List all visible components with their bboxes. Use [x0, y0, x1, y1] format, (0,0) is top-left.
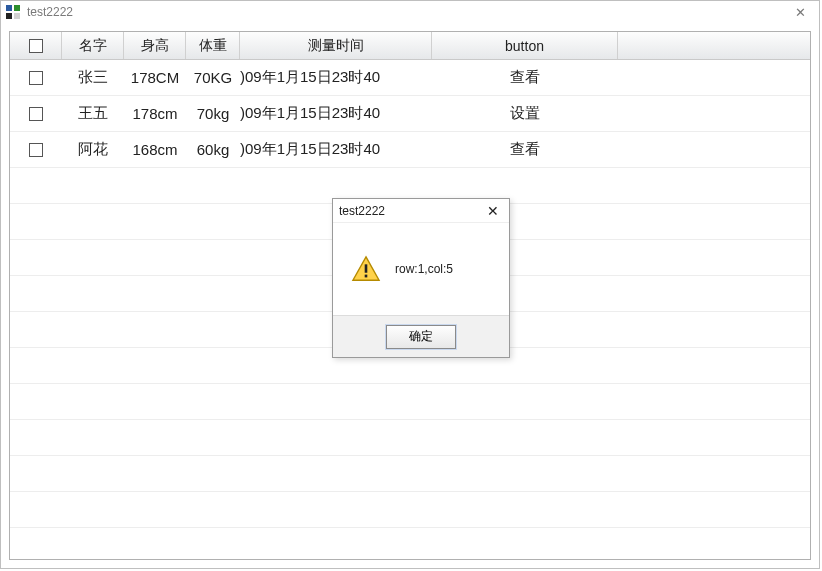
empty-row — [10, 384, 810, 420]
header-checkbox-cell — [10, 32, 62, 59]
dialog-titlebar: test2222 ✕ — [333, 199, 509, 223]
row-checkbox-cell — [10, 96, 62, 131]
cell-time: )09年1月15日23时40 — [240, 96, 432, 131]
cell-height: 178cm — [124, 96, 186, 131]
cell-height: 168cm — [124, 132, 186, 167]
cell-weight: 70kg — [186, 96, 240, 131]
header-time[interactable]: 测量时间 — [240, 32, 432, 59]
header-spacer — [618, 32, 810, 59]
empty-row — [10, 420, 810, 456]
header-checkbox[interactable] — [29, 39, 43, 53]
cell-button-label: 查看 — [510, 68, 540, 87]
dialog-ok-label: 确定 — [409, 328, 433, 345]
table-row[interactable]: 张三 178CM 70KG )09年1月15日23时40 查看 — [10, 60, 810, 96]
svg-rect-1 — [6, 5, 12, 11]
row-checkbox-cell — [10, 60, 62, 95]
app-window: test2222 ✕ 名字 身高 体重 测量时间 button — [0, 0, 820, 569]
cell-name: 阿花 — [62, 132, 124, 167]
dialog-message: row:1,col:5 — [395, 262, 453, 276]
cell-button[interactable]: 查看 — [432, 60, 618, 95]
row-checkbox[interactable] — [29, 107, 43, 121]
cell-name: 王五 — [62, 96, 124, 131]
table-row[interactable]: 阿花 168cm 60kg )09年1月15日23时40 查看 — [10, 132, 810, 168]
cell-button-label: 查看 — [510, 140, 540, 159]
cell-button[interactable]: 查看 — [432, 132, 618, 167]
cell-weight: 70KG — [186, 60, 240, 95]
row-checkbox-cell — [10, 132, 62, 167]
dialog-footer: 确定 — [333, 315, 509, 357]
cell-button[interactable]: 设置 — [432, 96, 618, 131]
empty-row — [10, 528, 810, 560]
row-checkbox[interactable] — [29, 71, 43, 85]
header-height[interactable]: 身高 — [124, 32, 186, 59]
warning-icon — [351, 255, 381, 283]
svg-rect-6 — [365, 264, 368, 272]
header-button[interactable]: button — [432, 32, 618, 59]
svg-rect-3 — [6, 13, 12, 19]
dialog-title: test2222 — [339, 204, 483, 218]
window-close-button[interactable]: ✕ — [785, 5, 815, 20]
dialog-body: row:1,col:5 — [333, 223, 509, 315]
row-checkbox[interactable] — [29, 143, 43, 157]
dialog-ok-button[interactable]: 确定 — [386, 325, 456, 349]
message-dialog: test2222 ✕ row:1,col:5 确定 — [332, 198, 510, 358]
svg-rect-7 — [365, 275, 368, 278]
window-title: test2222 — [27, 5, 785, 19]
header-weight[interactable]: 体重 — [186, 32, 240, 59]
cell-name: 张三 — [62, 60, 124, 95]
empty-row — [10, 456, 810, 492]
app-icon — [5, 4, 21, 20]
cell-height: 178CM — [124, 60, 186, 95]
grid-header: 名字 身高 体重 测量时间 button — [10, 32, 810, 60]
cell-time: )09年1月15日23时40 — [240, 132, 432, 167]
empty-row — [10, 492, 810, 528]
titlebar: test2222 ✕ — [1, 1, 819, 23]
cell-button-label: 设置 — [510, 104, 540, 123]
dialog-close-button[interactable]: ✕ — [483, 203, 503, 219]
table-row[interactable]: 王五 178cm 70kg )09年1月15日23时40 设置 — [10, 96, 810, 132]
cell-weight: 60kg — [186, 132, 240, 167]
svg-rect-2 — [14, 5, 20, 11]
cell-time: )09年1月15日23时40 — [240, 60, 432, 95]
svg-rect-4 — [14, 13, 20, 19]
header-name[interactable]: 名字 — [62, 32, 124, 59]
